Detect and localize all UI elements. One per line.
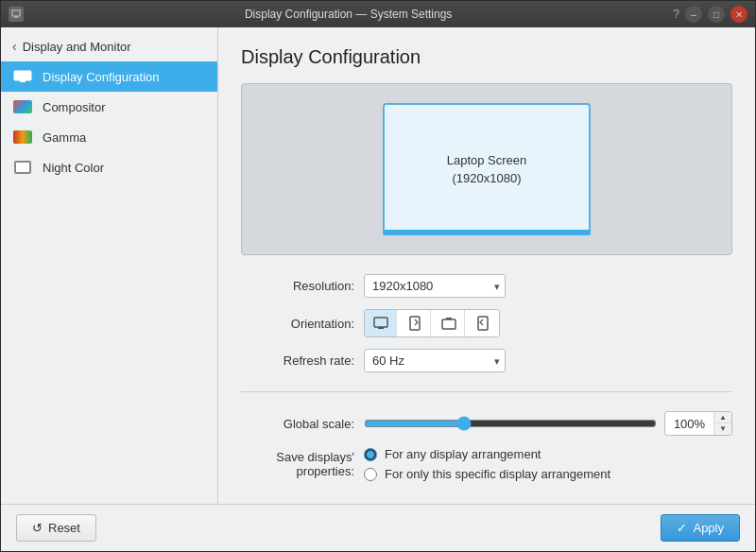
apply-button[interactable]: ✓ Apply — [661, 514, 740, 542]
radio-any-arrangement[interactable] — [364, 448, 377, 461]
svg-rect-0 — [12, 10, 20, 16]
save-properties-control: For any display arrangement For only thi… — [364, 447, 732, 481]
spinbox-arrows: ▲ ▼ — [713, 412, 731, 435]
apply-label: Apply — [693, 521, 724, 535]
svg-rect-4 — [374, 318, 387, 327]
sidebar-item-label-night-color: Night Color — [43, 161, 104, 175]
global-scale-control: 100% ▲ ▼ — [364, 411, 732, 436]
sidebar-back-label: Display and Monitor — [23, 40, 131, 54]
sidebar-item-display-config[interactable]: Display Configuration — [1, 61, 217, 92]
scale-increment-button[interactable]: ▲ — [714, 412, 731, 423]
night-color-icon — [12, 160, 33, 175]
divider-1 — [241, 391, 732, 392]
scale-value: 100% — [665, 414, 713, 434]
sidebar: ‹ Display and Monitor Display Configurat… — [1, 27, 218, 504]
refresh-rate-dropdown-wrapper: 60 Hz 30 Hz — [364, 349, 506, 372]
orientation-label: Orientation: — [241, 317, 354, 331]
orient-clockwise-button[interactable] — [399, 310, 431, 336]
orient-normal-button[interactable] — [365, 310, 397, 336]
back-arrow-icon: ‹ — [12, 39, 17, 54]
minimize-button[interactable]: – — [685, 6, 702, 23]
page-title: Display Configuration — [241, 46, 732, 68]
sidebar-item-gamma[interactable]: Gamma — [1, 122, 217, 152]
window-title: Display Configuration — System Settings — [245, 8, 452, 21]
gamma-icon — [12, 129, 33, 145]
svg-rect-2 — [14, 71, 31, 80]
reset-button[interactable]: ↺ Reset — [16, 514, 96, 542]
radio-row-specific: For only this specific display arrangeme… — [364, 467, 610, 481]
radio-specific-label: For only this specific display arrangeme… — [385, 467, 610, 481]
help-button[interactable]: ? — [673, 8, 679, 21]
laptop-screen-box[interactable]: Laptop Screen (1920x1080) — [383, 103, 591, 235]
window-body: ‹ Display and Monitor Display Configurat… — [1, 27, 755, 504]
refresh-rate-control: 60 Hz 30 Hz — [364, 349, 732, 372]
svg-rect-1 — [14, 16, 18, 18]
screen-name: Laptop Screen — [447, 151, 527, 170]
svg-rect-3 — [20, 80, 26, 82]
window-controls: ? – □ ✕ — [673, 6, 747, 23]
resolution-dropdown-wrapper: 1920x1080 1280x720 1024x768 — [364, 274, 506, 298]
resolution-row: Resolution: 1920x1080 1280x720 1024x768 — [241, 274, 732, 298]
laptop-screen-label: Laptop Screen (1920x1080) — [447, 151, 527, 188]
save-properties-row: Save displays' properties: For any displ… — [241, 447, 732, 481]
svg-rect-7 — [442, 319, 455, 329]
sidebar-back-button[interactable]: ‹ Display and Monitor — [1, 31, 217, 61]
orientation-buttons — [364, 309, 500, 337]
scale-slider-wrapper — [364, 416, 657, 431]
screen-resolution: (1920x1080) — [447, 169, 527, 188]
sidebar-item-night-color[interactable]: Night Color — [1, 152, 217, 182]
sidebar-item-label-display-config: Display Configuration — [43, 70, 160, 84]
app-icon — [9, 7, 24, 22]
scale-slider[interactable] — [364, 416, 657, 431]
refresh-rate-row: Refresh rate: 60 Hz 30 Hz — [241, 349, 732, 372]
orient-counter-button[interactable] — [467, 310, 499, 336]
scale-spinbox: 100% ▲ ▼ — [664, 411, 732, 436]
orientation-row: Orientation: — [241, 309, 732, 337]
titlebar: Display Configuration — System Settings … — [1, 1, 755, 27]
sidebar-item-label-compositor: Compositor — [43, 100, 105, 114]
resolution-label: Resolution: — [241, 279, 354, 293]
svg-rect-9 — [478, 317, 488, 330]
reset-label: Reset — [48, 521, 80, 535]
global-scale-label: Global scale: — [241, 417, 354, 431]
orientation-control — [364, 309, 732, 337]
save-properties-radio-group: For any display arrangement For only thi… — [364, 447, 610, 481]
bottom-bar: ↺ Reset ✓ Apply — [1, 504, 755, 551]
resolution-dropdown[interactable]: 1920x1080 1280x720 1024x768 — [364, 274, 506, 298]
refresh-rate-label: Refresh rate: — [241, 354, 354, 368]
main-content: Display Configuration Laptop Screen (192… — [218, 27, 755, 504]
radio-any-label: For any display arrangement — [385, 447, 541, 461]
sidebar-item-compositor[interactable]: Compositor — [1, 92, 217, 122]
resolution-control: 1920x1080 1280x720 1024x768 — [364, 274, 732, 298]
radio-specific-arrangement[interactable] — [364, 468, 377, 481]
titlebar-left — [9, 7, 24, 22]
display-config-icon — [12, 69, 33, 84]
reset-icon: ↺ — [32, 521, 43, 535]
global-scale-row: Global scale: 100% ▲ ▼ — [241, 411, 732, 436]
svg-rect-6 — [410, 317, 420, 330]
radio-row-any: For any display arrangement — [364, 447, 610, 461]
display-preview-area: Laptop Screen (1920x1080) — [241, 83, 732, 255]
save-properties-label: Save displays' properties: — [241, 450, 354, 478]
apply-icon: ✓ — [677, 521, 687, 535]
orient-inverted-button[interactable] — [433, 310, 465, 336]
maximize-button[interactable]: □ — [708, 6, 725, 23]
close-button[interactable]: ✕ — [730, 6, 747, 23]
svg-rect-5 — [378, 327, 384, 329]
settings-grid: Resolution: 1920x1080 1280x720 1024x768 — [241, 274, 732, 481]
svg-rect-8 — [446, 318, 452, 319]
compositor-icon — [12, 99, 33, 114]
refresh-rate-dropdown[interactable]: 60 Hz 30 Hz — [364, 349, 506, 372]
screen-selected-bar — [383, 230, 591, 235]
sidebar-item-label-gamma: Gamma — [43, 130, 86, 145]
main-window: Display Configuration — System Settings … — [0, 0, 756, 552]
scale-decrement-button[interactable]: ▼ — [714, 423, 731, 435]
